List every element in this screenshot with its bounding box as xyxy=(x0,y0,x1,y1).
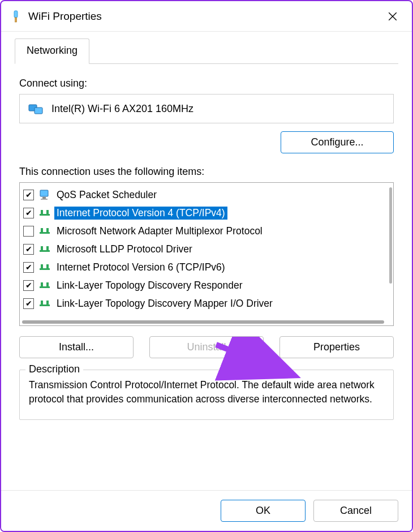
item-label: Internet Protocol Version 4 (TCP/IPv4) xyxy=(54,207,227,220)
list-item[interactable]: Microsoft Network Adapter Multiplexor Pr… xyxy=(20,222,393,240)
item-label: QoS Packet Scheduler xyxy=(54,188,159,201)
list-item[interactable]: Microsoft LLDP Protocol Driver xyxy=(20,240,393,258)
svg-rect-9 xyxy=(40,214,50,216)
items-label: This connection uses the following items… xyxy=(19,166,394,178)
dialog-body: Networking Connect using: Intel(R) Wi-Fi… xyxy=(1,32,412,420)
description-legend: Description xyxy=(25,363,83,375)
svg-rect-1 xyxy=(15,18,17,22)
item-checkbox[interactable] xyxy=(23,190,34,200)
svg-rect-15 xyxy=(40,250,50,252)
svg-rect-7 xyxy=(42,197,46,199)
configure-button[interactable]: Configure... xyxy=(281,131,394,153)
svg-rect-8 xyxy=(41,199,48,200)
protocol-net-icon xyxy=(38,297,51,310)
dialog-footer: OK Cancel xyxy=(1,490,412,531)
connect-using-label: Connect using: xyxy=(19,78,394,89)
uninstall-button: Uninstall xyxy=(149,336,264,358)
svg-rect-12 xyxy=(40,232,50,234)
svg-rect-25 xyxy=(41,301,43,304)
close-button[interactable] xyxy=(381,5,404,28)
window-title: WiFi Properties xyxy=(28,10,381,23)
protocol-monitor-icon xyxy=(38,188,51,201)
tab-networking[interactable]: Networking xyxy=(15,38,89,64)
item-checkbox[interactable] xyxy=(23,208,34,218)
item-label: Link-Layer Topology Discovery Mapper I/O… xyxy=(54,297,275,310)
svg-rect-14 xyxy=(46,228,49,232)
adapter-field[interactable]: Intel(R) Wi-Fi 6 AX201 160MHz xyxy=(19,94,394,123)
svg-rect-19 xyxy=(41,264,43,268)
svg-rect-22 xyxy=(41,282,43,286)
svg-rect-24 xyxy=(40,304,50,306)
item-checkbox[interactable] xyxy=(23,262,34,273)
list-item[interactable]: Link-Layer Topology Discovery Mapper I/O… xyxy=(20,294,393,312)
svg-rect-26 xyxy=(46,301,49,304)
list-item[interactable]: QoS Packet Scheduler xyxy=(20,186,393,204)
svg-rect-21 xyxy=(40,286,50,288)
protocol-net-icon xyxy=(38,261,51,273)
protocol-net-icon xyxy=(38,207,51,219)
item-checkbox[interactable] xyxy=(23,244,34,255)
titlebar: WiFi Properties xyxy=(1,1,412,32)
item-label: Microsoft Network Adapter Multiplexor Pr… xyxy=(54,225,265,238)
svg-rect-18 xyxy=(40,268,50,270)
items-listbox[interactable]: QoS Packet SchedulerInternet Protocol Ve… xyxy=(19,182,394,326)
svg-rect-6 xyxy=(40,190,48,196)
item-label: Microsoft LLDP Protocol Driver xyxy=(54,243,195,256)
item-checkbox[interactable] xyxy=(23,280,34,291)
list-item[interactable]: Internet Protocol Version 4 (TCP/IPv4) xyxy=(20,204,393,222)
scrollbar-vertical[interactable] xyxy=(389,187,392,284)
networking-panel: Connect using: Intel(R) Wi-Fi 6 AX201 16… xyxy=(15,64,398,420)
svg-rect-20 xyxy=(46,264,49,268)
cancel-button[interactable]: Cancel xyxy=(313,500,398,522)
scrollbar-horizontal[interactable] xyxy=(22,320,384,324)
svg-rect-0 xyxy=(14,11,18,18)
protocol-net-icon xyxy=(38,225,51,237)
adapter-icon xyxy=(28,102,44,115)
properties-button[interactable]: Properties xyxy=(279,336,394,358)
app-icon xyxy=(9,10,23,23)
item-checkbox[interactable] xyxy=(23,298,34,309)
svg-rect-11 xyxy=(46,210,49,214)
svg-rect-5 xyxy=(35,108,42,114)
tab-strip: Networking xyxy=(15,38,398,64)
svg-rect-16 xyxy=(41,246,43,250)
install-button[interactable]: Install... xyxy=(19,336,134,358)
svg-rect-23 xyxy=(46,282,49,286)
svg-rect-17 xyxy=(46,246,49,250)
adapter-name: Intel(R) Wi-Fi 6 AX201 160MHz xyxy=(51,103,193,115)
svg-rect-13 xyxy=(41,228,43,232)
svg-rect-10 xyxy=(41,210,43,214)
list-item[interactable]: Internet Protocol Version 6 (TCP/IPv6) xyxy=(20,258,393,276)
item-label: Internet Protocol Version 6 (TCP/IPv6) xyxy=(54,261,227,274)
description-group: Description Transmission Control Protoco… xyxy=(19,370,394,420)
protocol-net-icon xyxy=(38,243,51,255)
item-label: Link-Layer Topology Discovery Responder xyxy=(54,279,244,292)
description-text: Transmission Control Protocol/Internet P… xyxy=(29,378,384,407)
ok-button[interactable]: OK xyxy=(221,500,306,522)
list-item[interactable]: Link-Layer Topology Discovery Responder xyxy=(20,276,393,294)
protocol-net-icon xyxy=(38,279,51,291)
item-checkbox[interactable] xyxy=(23,226,34,237)
